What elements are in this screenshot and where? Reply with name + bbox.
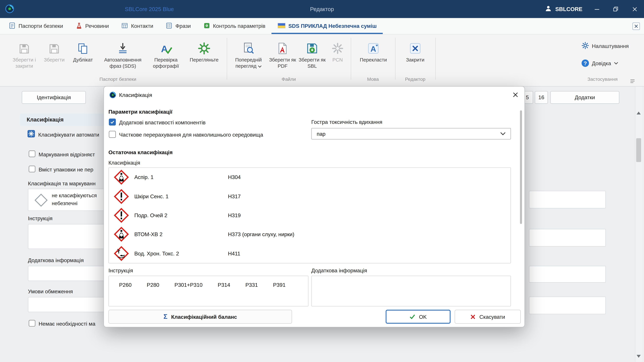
- check-icon: [110, 120, 114, 124]
- additional-properties-checkbox[interactable]: [109, 119, 116, 126]
- classification-dialog: Класифікація Параметри класифікації Дода…: [104, 86, 525, 327]
- right-field-4[interactable]: [529, 297, 606, 314]
- group-options-icon[interactable]: [630, 78, 635, 85]
- hazard-code: H317: [228, 193, 240, 199]
- page-tab-attachments[interactable]: Додатки: [550, 91, 619, 104]
- save-as-sbl-button[interactable]: Зберегти як SBL: [298, 37, 326, 76]
- classification-row[interactable]: Вод. Хрон. Токс. 2 H411: [109, 244, 510, 263]
- ribbon-button-label: Попередній перегляд: [229, 57, 268, 69]
- dialog-close-button[interactable]: [512, 92, 518, 99]
- pcn-button[interactable]: PCN: [327, 37, 348, 76]
- ribbon-button-label: Закрити: [406, 57, 424, 63]
- dialog-instruction-label: Інструкція: [108, 267, 133, 274]
- ribbon-group-safety-data-sheet: Паспорт безпеки: [9, 77, 227, 82]
- p-code: P331: [245, 282, 258, 306]
- page-tab-identification[interactable]: Ідентифікація: [22, 91, 86, 104]
- application-window: SBLCore 2025 Blue Редактор SBLCORE Паспо…: [0, 0, 644, 362]
- right-field-3[interactable]: [529, 266, 606, 283]
- translate-button[interactable]: A Перекласти: [354, 37, 393, 76]
- classification-row[interactable]: Подр. Очей 2 H319: [109, 206, 510, 225]
- classification-row[interactable]: ВТОМ-ХВ 2 H373 (органи слуху, нирки): [109, 225, 510, 244]
- spellcheck-button[interactable]: A Перевірка орфографії: [149, 37, 183, 76]
- duplicate-button[interactable]: Дублікат: [69, 37, 97, 76]
- page-tab-16[interactable]: 16: [535, 91, 548, 104]
- account-button[interactable]: SBLCORE: [545, 0, 582, 18]
- tab-safety-data-sheets[interactable]: Паспорти безпеки: [2, 18, 69, 34]
- ok-button[interactable]: OK: [386, 310, 450, 324]
- close-tab-button[interactable]: [632, 22, 640, 30]
- classification-balance-label: Класифікаційний баланс: [171, 314, 237, 320]
- save-as-pdf-button[interactable]: Зберегти як PDF: [269, 37, 296, 76]
- save-and-close-button[interactable]: Зберегти і закрити: [9, 37, 40, 76]
- tab-substances[interactable]: Речовини: [69, 18, 115, 34]
- acute-toxicity-value: пар: [317, 131, 326, 137]
- p-code: P314: [218, 282, 230, 306]
- classification-listbox[interactable]: Аспір. 1 H304 Шкіри Сенс. 1 H317 Подр. О…: [108, 168, 511, 263]
- window-title: Редактор: [310, 0, 334, 18]
- acute-toxicity-select[interactable]: пар: [311, 128, 511, 140]
- substances-flask-icon: [75, 22, 82, 30]
- ribbon-button-label: Зберегти і закрити: [9, 57, 40, 69]
- instruction-field[interactable]: [28, 224, 109, 249]
- partial-recalculation-label: Часткове перерахування для навколишнього…: [119, 132, 263, 138]
- no-labeling-needed-label: Немає необхідності ма: [38, 321, 95, 327]
- restriction-conditions-field[interactable]: [28, 297, 109, 312]
- parameter-control-icon: [203, 22, 210, 30]
- packaging-content-checkbox[interactable]: [29, 166, 35, 172]
- p-codes-box[interactable]: P260 P280 P301+P310 P314 P331 P391: [108, 276, 308, 307]
- save-icon: [48, 37, 60, 55]
- not-classified-line2: небезпечні: [52, 201, 77, 206]
- additional-info-label: Додаткова інформація: [28, 257, 84, 263]
- additional-info-field[interactable]: [28, 266, 109, 281]
- tab-sds-document[interactable]: SDS ПРИКЛАД Небезпечна суміш: [272, 18, 383, 34]
- dialog-additional-info-field[interactable]: [311, 276, 511, 307]
- autofill-phrases-button[interactable]: Автозаповнення фраз (SDS): [98, 37, 147, 76]
- save-sbl-icon: [306, 37, 319, 55]
- ribbon-separator: [227, 38, 227, 80]
- cancel-button[interactable]: Скасувати: [455, 310, 521, 324]
- tab-label: Контакти: [131, 23, 153, 29]
- not-classified-line1: не класифікуються: [52, 193, 97, 198]
- help-icon: ?: [582, 59, 589, 67]
- right-field-1[interactable]: [529, 191, 606, 208]
- classification-labeling-label: Класифікація та маркуванн: [28, 181, 96, 187]
- ribbon-button-label: Автозаповнення фраз (SDS): [98, 57, 147, 69]
- tab-parameter-control[interactable]: Контроль параметрів: [197, 18, 272, 34]
- review-button[interactable]: Перегляньте: [185, 37, 223, 76]
- classification-balance-button[interactable]: Σ Класифікаційний баланс: [108, 310, 292, 324]
- help-button[interactable]: ? Довідка: [582, 59, 618, 67]
- scrollbar-thumb[interactable]: [636, 138, 641, 162]
- vertical-scrollbar[interactable]: [635, 86, 642, 362]
- preview-button[interactable]: Попередній перегляд: [229, 37, 268, 76]
- minimize-button[interactable]: [587, 0, 606, 18]
- close-editor-button[interactable]: Закрити: [398, 37, 433, 76]
- dialog-logo-icon: [109, 92, 116, 100]
- restore-button[interactable]: [606, 0, 625, 18]
- auto-classify-label: Класифікувати автомати: [38, 131, 99, 138]
- labeling-differs-checkbox[interactable]: [29, 151, 35, 157]
- restore-icon: [613, 6, 618, 12]
- classification-params-heading: Параметри класифікації: [108, 109, 172, 115]
- scroll-up-icon[interactable]: [636, 112, 641, 114]
- no-labeling-needed-checkbox[interactable]: [29, 320, 35, 327]
- classification-row[interactable]: Аспір. 1 H304: [109, 168, 510, 187]
- x-icon: [470, 314, 476, 319]
- auto-classify-button[interactable]: Класифікувати автомати: [27, 130, 99, 140]
- close-icon: [632, 6, 637, 12]
- right-field-2[interactable]: [529, 229, 606, 246]
- save-button[interactable]: Зберегти: [41, 37, 68, 76]
- classification-name: ВТОМ-ХВ 2: [134, 231, 162, 237]
- close-window-button[interactable]: [625, 0, 644, 18]
- scroll-down-icon[interactable]: [636, 355, 641, 358]
- tab-contacts[interactable]: Контакти: [115, 18, 160, 34]
- classification-row[interactable]: Шкіри Сенс. 1 H317: [109, 187, 510, 206]
- not-classified-box: не класифікуються небезпечні: [28, 189, 109, 211]
- partial-recalculation-checkbox[interactable]: [109, 131, 116, 138]
- settings-button[interactable]: Налаштування: [582, 42, 629, 50]
- ghs09-environment-icon: [114, 246, 129, 261]
- dialog-scrollbar-thumb[interactable]: [520, 110, 522, 224]
- tab-phrases[interactable]: Фрази: [160, 18, 197, 34]
- gear-icon: [198, 37, 210, 55]
- save-icon: [18, 37, 30, 55]
- packaging-content-label: Вміст упаковки не пер: [38, 167, 93, 173]
